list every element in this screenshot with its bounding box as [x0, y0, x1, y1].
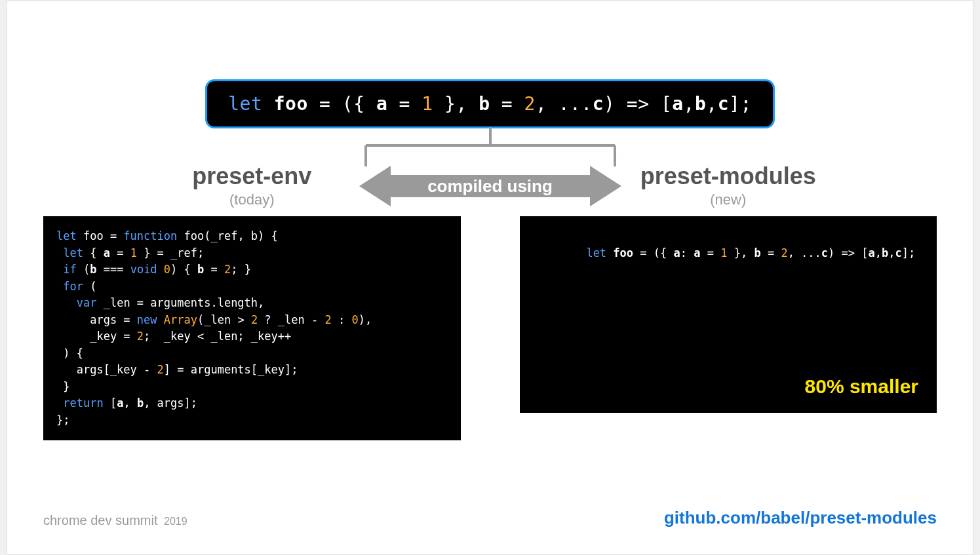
slide: let foo = ({ a = 1 }, b = 2, ...c) => [a… [7, 0, 973, 555]
arrow-label: compiled using [359, 176, 621, 197]
branch-lines-icon [353, 127, 628, 166]
branch-connector [43, 127, 937, 166]
footer-link[interactable]: github.com/babel/preset-modules [664, 508, 937, 528]
event-name: chrome dev summit [43, 513, 158, 527]
right-code-text: let foo = ({ a: a = 1 }, b = 2, ...c) =>… [586, 246, 915, 259]
smaller-badge: 80% smaller [805, 372, 918, 401]
right-code-box: let foo = ({ a: a = 1 }, b = 2, ...c) =>… [520, 216, 937, 413]
compiled-using-arrow: compiled using [359, 163, 621, 209]
source-code-box: let foo = ({ a = 1 }, b = 2, ...c) => [a… [205, 79, 775, 128]
event-year: 2019 [164, 516, 187, 527]
footer-event: chrome dev summit 2019 [43, 513, 187, 528]
left-code-box: let foo = function foo(_ref, b) { let { … [43, 216, 461, 440]
